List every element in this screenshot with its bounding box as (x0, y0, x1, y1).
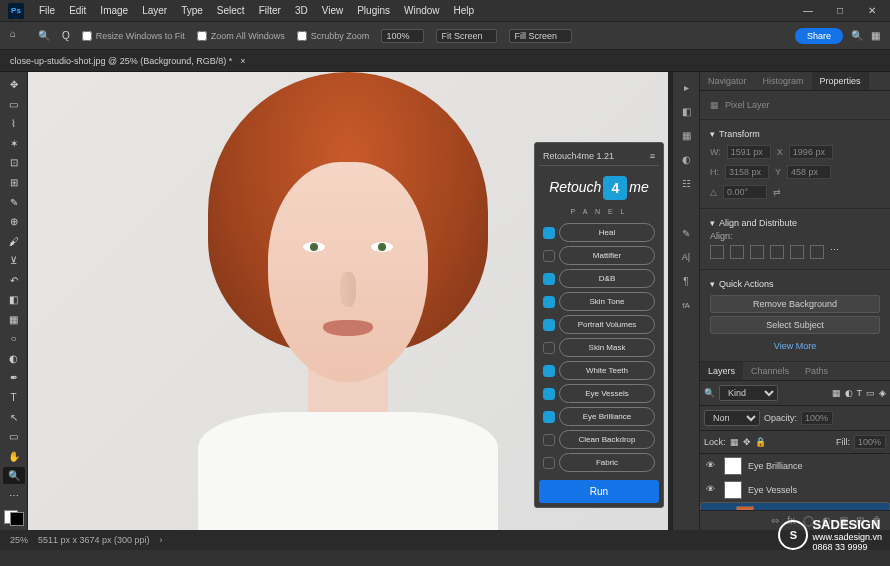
color-panel-icon[interactable]: ◧ (677, 102, 695, 120)
layer-thumbnail[interactable] (724, 481, 742, 499)
libraries-panel-icon[interactable]: ☷ (677, 174, 695, 192)
plugin-button-white-teeth[interactable]: White Teeth (559, 361, 655, 380)
layer-mask-icon[interactable]: ◯ (803, 515, 814, 526)
opacity-input[interactable] (801, 411, 833, 425)
glyphs-panel-icon[interactable]: fA (677, 296, 695, 314)
plugin-menu-icon[interactable]: ≡ (650, 151, 655, 161)
menu-help[interactable]: Help (447, 2, 482, 19)
plugin-checkbox-1[interactable] (543, 250, 555, 262)
align-section[interactable]: ▾ Align and Distribute (710, 215, 880, 231)
group-icon[interactable]: ▣ (839, 515, 848, 526)
brush-panel-icon[interactable]: ✎ (677, 224, 695, 242)
plugin-button-skin-mask[interactable]: Skin Mask (559, 338, 655, 357)
plugin-button-clean-backdrop[interactable]: Clean Backdrop (559, 430, 655, 449)
document-tab[interactable]: close-up-studio-shot.jpg @ 25% (Backgrou… (0, 50, 890, 72)
select-subject-button[interactable]: Select Subject (710, 316, 880, 334)
layer-thumbnail[interactable] (724, 457, 742, 475)
status-chevron-icon[interactable]: › (160, 535, 163, 545)
tab-close-icon[interactable]: × (240, 56, 245, 66)
filter-smart-icon[interactable]: ◈ (879, 388, 886, 398)
expand-icon[interactable]: ▸ (677, 78, 695, 96)
view-more-link[interactable]: View More (710, 337, 880, 355)
filter-adj-icon[interactable]: ◐ (845, 388, 853, 398)
share-button[interactable]: Share (795, 28, 843, 44)
move-tool[interactable]: ✥ (3, 76, 25, 94)
edit-toolbar[interactable]: ⋯ (3, 486, 25, 504)
plugin-button-skin-tone[interactable]: Skin Tone (559, 292, 655, 311)
menu-view[interactable]: View (315, 2, 351, 19)
heal-tool[interactable]: ⊕ (3, 213, 25, 231)
plugin-checkbox-10[interactable] (543, 457, 555, 469)
plugin-button-mattifier[interactable]: Mattifier (559, 246, 655, 265)
pen-tool[interactable]: ✒ (3, 369, 25, 387)
align-top-icon[interactable] (770, 245, 784, 259)
fill-screen-button[interactable]: Fill Screen (509, 29, 572, 43)
crop-tool[interactable]: ⊡ (3, 154, 25, 172)
shape-tool[interactable]: ▭ (3, 428, 25, 446)
lasso-tool[interactable]: ⌇ (3, 115, 25, 133)
layer-row[interactable]: 👁Eye Vessels (700, 478, 890, 502)
layer-kind-select[interactable]: Kind (719, 385, 778, 401)
run-button[interactable]: Run (539, 480, 659, 503)
zoom-100-button[interactable]: 100% (381, 29, 424, 43)
menu-type[interactable]: Type (174, 2, 210, 19)
delete-layer-icon[interactable]: 🗑 (872, 515, 882, 526)
fill-input[interactable] (854, 435, 886, 449)
blend-mode-select[interactable]: Normal (704, 410, 760, 426)
plugin-button-d&b[interactable]: D&B (559, 269, 655, 288)
menu-edit[interactable]: Edit (62, 2, 93, 19)
adjustments-panel-icon[interactable]: ◐ (677, 150, 695, 168)
wand-tool[interactable]: ✶ (3, 135, 25, 153)
resize-windows-checkbox[interactable] (82, 31, 92, 41)
eraser-tool[interactable]: ◧ (3, 291, 25, 309)
lock-pixels-icon[interactable]: ▦ (730, 437, 739, 447)
stamp-tool[interactable]: ⊻ (3, 252, 25, 270)
tab-properties[interactable]: Properties (812, 72, 869, 90)
plugin-button-eye-brilliance[interactable]: Eye Brilliance (559, 407, 655, 426)
align-more-icon[interactable]: ⋯ (830, 245, 839, 259)
tab-navigator[interactable]: Navigator (700, 72, 755, 90)
align-center-v-icon[interactable] (790, 245, 804, 259)
color-swatches[interactable] (4, 510, 24, 526)
quick-actions-section[interactable]: ▾ Quick Actions (710, 276, 880, 292)
x-input[interactable] (789, 145, 833, 159)
filter-shape-icon[interactable]: ▭ (866, 388, 875, 398)
tab-channels[interactable]: Channels (743, 362, 797, 380)
type-tool[interactable]: T (3, 389, 25, 407)
menu-3d[interactable]: 3D (288, 2, 315, 19)
brush-tool[interactable]: 🖌 (3, 232, 25, 250)
plugin-checkbox-0[interactable] (543, 227, 555, 239)
adjustment-layer-icon[interactable]: ◐ (822, 515, 831, 526)
link-layers-icon[interactable]: ⇔ (771, 515, 779, 526)
zoom-level[interactable]: 25% (10, 535, 28, 545)
minimize-icon[interactable]: ― (798, 1, 818, 21)
plugin-checkbox-8[interactable] (543, 411, 555, 423)
remove-background-button[interactable]: Remove Background (710, 295, 880, 313)
menu-window[interactable]: Window (397, 2, 447, 19)
search-icon[interactable]: 🔍 (851, 30, 863, 41)
close-icon[interactable]: ✕ (862, 1, 882, 21)
new-layer-icon[interactable]: ⊞ (856, 515, 864, 526)
zoom-all-checkbox[interactable] (197, 31, 207, 41)
fit-screen-button[interactable]: Fit Screen (436, 29, 497, 43)
menu-filter[interactable]: Filter (252, 2, 288, 19)
tab-paths[interactable]: Paths (797, 362, 836, 380)
gradient-tool[interactable]: ▦ (3, 311, 25, 329)
frame-tool[interactable]: ⊞ (3, 174, 25, 192)
plugin-checkbox-2[interactable] (543, 273, 555, 285)
plugin-checkbox-4[interactable] (543, 319, 555, 331)
hand-tool[interactable]: ✋ (3, 447, 25, 465)
zoom-icon[interactable]: 🔍 (38, 30, 50, 41)
tab-histogram[interactable]: Histogram (755, 72, 812, 90)
character-panel-icon[interactable]: A| (677, 248, 695, 266)
paragraph-panel-icon[interactable]: ¶ (677, 272, 695, 290)
align-left-icon[interactable] (710, 245, 724, 259)
lock-all-icon[interactable]: 🔒 (755, 437, 766, 447)
plugin-checkbox-7[interactable] (543, 388, 555, 400)
plugin-checkbox-9[interactable] (543, 434, 555, 446)
plugin-button-portrait-volumes[interactable]: Portrait Volumes (559, 315, 655, 334)
visibility-icon[interactable]: 👁 (706, 460, 718, 472)
align-right-icon[interactable] (750, 245, 764, 259)
history-brush-tool[interactable]: ↶ (3, 271, 25, 289)
menu-file[interactable]: File (32, 2, 62, 19)
